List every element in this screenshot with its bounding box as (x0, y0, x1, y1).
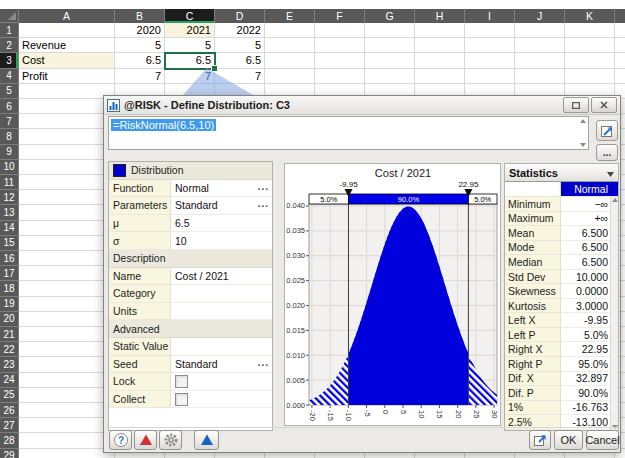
property-value-static-value[interactable] (171, 338, 272, 356)
row-header-22[interactable]: 22 (0, 342, 19, 357)
cell-J2[interactable] (515, 38, 565, 53)
row-header-3[interactable]: 3 (0, 53, 19, 68)
cell-H3[interactable] (415, 53, 465, 68)
row-header-25[interactable]: 25 (0, 388, 19, 403)
row-header-23[interactable]: 23 (0, 357, 19, 372)
row-header-5[interactable]: 5 (0, 84, 19, 99)
cell-A2[interactable]: Revenue (19, 38, 115, 53)
cell-A26[interactable] (19, 403, 115, 418)
select-all-corner[interactable] (0, 9, 19, 23)
cell-I3[interactable] (465, 53, 515, 68)
column-header-F[interactable]: F (315, 9, 365, 23)
row-header-26[interactable]: 26 (0, 403, 19, 418)
row-header-9[interactable]: 9 (0, 145, 19, 160)
row-header-4[interactable]: 4 (0, 69, 19, 84)
column-header-J[interactable]: J (515, 9, 565, 23)
cell-K4[interactable] (565, 69, 615, 84)
cell-D2[interactable]: 5 (215, 38, 265, 53)
ellipsis-button[interactable]: ... (258, 181, 269, 192)
cell-D1[interactable]: 2022 (215, 23, 265, 38)
cell-A5[interactable] (19, 84, 115, 99)
statistics-scrollbar[interactable] (610, 197, 618, 430)
cell-A8[interactable] (19, 129, 115, 144)
row-header-14[interactable]: 14 (0, 221, 19, 236)
cell-G3[interactable] (365, 53, 415, 68)
maximize-button[interactable] (563, 97, 589, 113)
distribution-blue-button[interactable] (194, 430, 219, 450)
row-header-20[interactable]: 20 (0, 312, 19, 327)
column-header-G[interactable]: G (365, 9, 415, 23)
dialog-titlebar[interactable]: @RISK - Define Distribution: C3 (104, 96, 620, 115)
cell-G4[interactable] (365, 69, 415, 84)
cancel-button[interactable]: Cancel (586, 430, 619, 450)
row-header-28[interactable]: 28 (0, 433, 19, 448)
statistics-dropdown[interactable]: Statistics (505, 164, 618, 182)
formula-input[interactable]: =RiskNormal(6.5,10) (108, 116, 589, 150)
cell-E4[interactable] (265, 69, 315, 84)
formula-scroll-arrows[interactable] (578, 118, 587, 148)
property-value-seed[interactable]: Standard... (171, 356, 272, 374)
lock-checkbox[interactable] (175, 375, 188, 388)
property-value-lock[interactable] (171, 373, 272, 391)
cell-A15[interactable] (19, 236, 115, 251)
cell-A21[interactable] (19, 327, 115, 342)
cell-A12[interactable] (19, 190, 115, 205)
cell-A27[interactable] (19, 418, 115, 433)
help-button[interactable]: ? (109, 430, 132, 450)
column-header-D[interactable]: D (215, 9, 265, 23)
column-header-I[interactable]: I (465, 9, 515, 23)
more-options-button[interactable]: ... (596, 144, 618, 161)
cell-H4[interactable] (415, 69, 465, 84)
property-value-category[interactable] (171, 285, 272, 303)
cell-D3[interactable]: 6.5 (215, 53, 265, 68)
cell-A7[interactable] (19, 114, 115, 129)
cell-H2[interactable] (415, 38, 465, 53)
cell-E3[interactable] (265, 53, 315, 68)
cell-A25[interactable] (19, 388, 115, 403)
cell-B2[interactable]: 5 (115, 38, 165, 53)
column-header-K[interactable]: K (565, 9, 615, 23)
cell-A19[interactable] (19, 297, 115, 312)
cell-B4[interactable]: 7 (115, 69, 165, 84)
row-header-1[interactable]: 1 (0, 23, 19, 38)
row-header-12[interactable]: 12 (0, 190, 19, 205)
ellipsis-button[interactable]: ... (258, 198, 269, 209)
cell-A16[interactable] (19, 251, 115, 266)
row-header-27[interactable]: 27 (0, 418, 19, 433)
ok-button[interactable]: OK (554, 430, 583, 450)
cell-A9[interactable] (19, 145, 115, 160)
close-button[interactable] (591, 97, 617, 113)
row-header-10[interactable]: 10 (0, 160, 19, 175)
cell-K1[interactable] (565, 23, 615, 38)
cell-F3[interactable] (315, 53, 365, 68)
row-header-24[interactable]: 24 (0, 373, 19, 388)
cell-H1[interactable] (415, 23, 465, 38)
ellipsis-button[interactable]: ... (258, 357, 269, 368)
cell-K3[interactable] (565, 53, 615, 68)
cell-A13[interactable] (19, 205, 115, 220)
cell-E2[interactable] (265, 38, 315, 53)
cell-I4[interactable] (465, 69, 515, 84)
property-value-[interactable]: 6.5 (171, 215, 272, 233)
cell-C1[interactable]: 2021 (165, 23, 215, 38)
cell-B1[interactable]: 2020 (115, 23, 165, 38)
row-header-2[interactable]: 2 (0, 38, 19, 53)
cell-A24[interactable] (19, 373, 115, 388)
cell-F1[interactable] (315, 23, 365, 38)
row-header-29[interactable]: 29 (0, 449, 19, 458)
cell-A1[interactable] (19, 23, 115, 38)
property-value-function[interactable]: Normal... (171, 180, 272, 198)
cell-2[interactable] (615, 38, 625, 53)
property-value-collect[interactable] (171, 391, 272, 409)
row-header-17[interactable]: 17 (0, 266, 19, 281)
cell-A29[interactable] (19, 449, 115, 458)
row-header-16[interactable]: 16 (0, 251, 19, 266)
row-header-21[interactable]: 21 (0, 327, 19, 342)
property-value-name[interactable]: Cost / 2021 (171, 268, 272, 286)
cell-C2[interactable]: 5 (165, 38, 215, 53)
cell-A18[interactable] (19, 281, 115, 296)
edit-formula-button[interactable] (596, 120, 618, 141)
cell-F2[interactable] (315, 38, 365, 53)
column-header-B[interactable]: B (115, 9, 165, 23)
cell-A10[interactable] (19, 160, 115, 175)
